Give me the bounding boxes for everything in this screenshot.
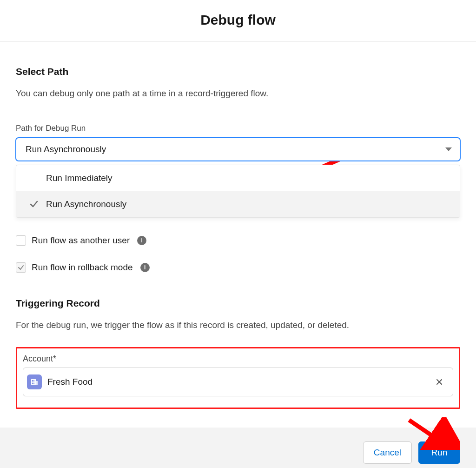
run-as-user-label: Run flow as another user — [32, 235, 130, 246]
svg-rect-7 — [33, 383, 34, 384]
chevron-down-icon — [445, 147, 452, 151]
modal-footer: Cancel Run — [0, 428, 476, 468]
rollback-checkbox[interactable] — [16, 262, 26, 273]
account-icon — [27, 374, 42, 389]
path-selected-value: Run Asynchronously — [26, 144, 106, 154]
info-icon[interactable]: i — [137, 236, 146, 245]
svg-rect-4 — [32, 381, 33, 382]
path-option-label: Run Asynchronously — [46, 199, 126, 209]
close-icon — [435, 378, 443, 386]
modal-title: Debug flow — [0, 12, 476, 28]
select-path-heading: Select Path — [16, 66, 460, 77]
check-icon — [29, 200, 39, 209]
path-dropdown: Run Immediately Run Asynchronously — [16, 165, 460, 218]
path-field-label: Path for Debug Run — [16, 124, 460, 133]
path-combobox[interactable]: Run Asynchronously Run Immediately Run A… — [16, 138, 460, 161]
triggering-heading: Triggering Record — [16, 298, 460, 309]
info-icon[interactable]: i — [140, 263, 150, 272]
path-option-label: Run Immediately — [46, 173, 112, 183]
cancel-button[interactable]: Cancel — [363, 441, 412, 464]
svg-rect-3 — [33, 380, 34, 381]
run-button[interactable]: Run — [418, 441, 460, 464]
modal-body: Select Path You can debug only one path … — [0, 42, 476, 428]
account-lookup-input[interactable]: Fresh Food — [23, 368, 453, 396]
svg-rect-6 — [32, 383, 33, 384]
account-record-pill[interactable]: Fresh Food — [27, 374, 93, 389]
path-option-run-immediately[interactable]: Run Immediately — [16, 165, 460, 191]
account-highlight-box: Account* — [16, 347, 460, 409]
svg-rect-2 — [32, 380, 33, 381]
clear-record-button[interactable] — [433, 376, 445, 388]
run-button-label: Run — [431, 448, 448, 458]
svg-rect-8 — [36, 381, 38, 385]
debug-flow-modal: Debug flow Select Path You can debug onl… — [0, 0, 476, 468]
rollback-row: Run flow in rollback mode i — [16, 262, 460, 273]
run-as-user-row: Run flow as another user i — [16, 235, 460, 246]
svg-rect-5 — [33, 381, 34, 382]
account-label: Account* — [23, 354, 453, 364]
modal-header: Debug flow — [0, 0, 476, 42]
select-path-description: You can debug only one path at a time in… — [16, 88, 460, 99]
cancel-button-label: Cancel — [374, 448, 401, 458]
run-as-user-checkbox[interactable] — [16, 235, 26, 246]
path-option-run-asynchronously[interactable]: Run Asynchronously — [16, 191, 460, 217]
account-record-name: Fresh Food — [47, 377, 93, 387]
triggering-description: For the debug run, we trigger the flow a… — [16, 320, 460, 330]
path-combobox-input[interactable]: Run Asynchronously — [16, 138, 460, 161]
rollback-label: Run flow in rollback mode — [32, 262, 133, 273]
